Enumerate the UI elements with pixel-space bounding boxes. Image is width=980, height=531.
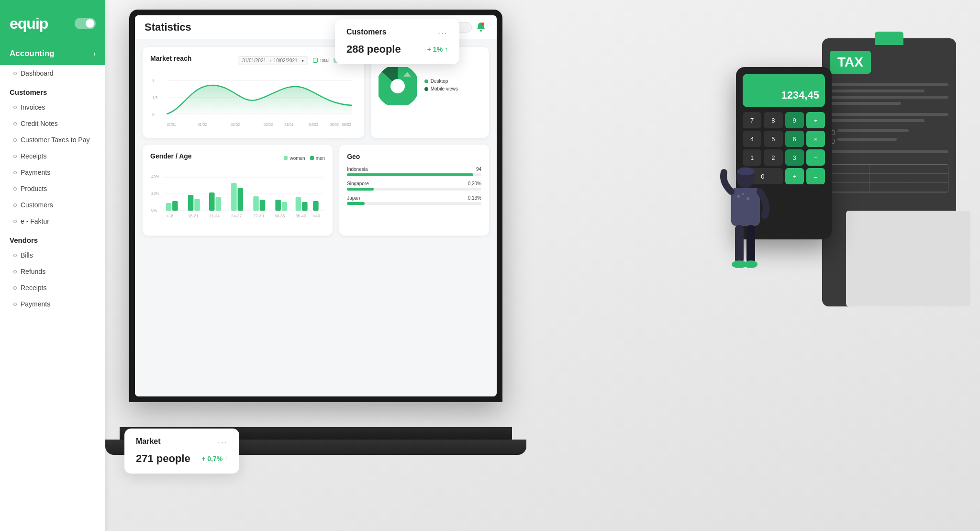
men-legend: men [310,156,325,161]
sidebar-item-payments[interactable]: Payments [0,164,105,181]
mobile-legend-label: Mobile views [431,86,458,91]
svg-text:3: 3 [152,78,155,83]
page-wrapper: equip Accounting › Dashboard Customers I… [0,0,980,531]
dot-icon [13,254,17,257]
svg-rect-29 [172,201,178,211]
float-customers-header: Customers ··· [346,28,448,38]
float-card-customers: Customers ··· 288 people + 1% ↑ [335,19,459,64]
svg-rect-35 [238,188,244,211]
market-reach-header: Market reach 31/01/2021 → 10/02/2021 ▾ [150,55,356,66]
calc-btn-eq[interactable]: = [806,168,825,184]
sidebar-item-vendor-payments[interactable]: Payments [0,296,105,312]
svg-rect-30 [188,195,194,211]
desktop-legend: Desktop [424,79,458,84]
float-customers-title: Customers [346,28,387,36]
float-market-change: + 0,7% ↑ [201,455,228,463]
calc-btn-9[interactable]: 9 [785,112,804,128]
svg-text:18-21: 18-21 [188,214,199,218]
sidebar-item-invoices[interactable]: Invoices [0,99,105,115]
total-legend-label: Total [320,58,329,63]
float-customers-dots[interactable]: ··· [438,28,448,38]
sidebar: equip Accounting › Dashboard Customers I… [0,0,105,531]
float-customers-people: 288 people [346,43,401,56]
dot-icon [13,106,17,109]
accounting-menu[interactable]: Accounting › [0,42,105,65]
calc-btn-3[interactable]: 3 [785,149,804,166]
sidebar-item-refunds[interactable]: Refunds [0,263,105,280]
clip-table [830,164,948,192]
svg-text:01/02: 01/02 [198,122,207,127]
sidebar-item-bills[interactable]: Bills [0,247,105,263]
main-area: Statistics Search [105,0,980,531]
sidebar-item-credit-notes[interactable]: Credit Notes [0,115,105,132]
svg-point-2 [480,30,482,32]
calc-btn-6[interactable]: 6 [785,131,804,147]
svg-point-56 [746,197,749,200]
gender-age-chart: 40% 20% 0% [150,169,325,226]
sidebar-item-customers[interactable]: Customers [0,197,105,213]
gender-age-card: Gender / Age women men [143,145,333,236]
dot-icon [13,155,17,158]
svg-rect-39 [282,202,288,211]
gender-age-title: Gender / Age [150,152,192,160]
geo-item-indonesia: Indonesia 94 [347,167,481,176]
svg-rect-33 [215,197,221,211]
dot-icon [13,122,17,125]
sidebar-item-efaktur[interactable]: e - Faktur [0,213,105,229]
calc-btn-4[interactable]: 4 [743,131,761,147]
svg-rect-34 [231,183,237,211]
laptop-screen: Statistics Search [129,10,502,402]
geo-title: Geo [347,153,360,160]
clip-table-cell [909,165,948,173]
svg-point-60 [744,260,757,268]
svg-text:24-27: 24-27 [231,214,242,218]
calc-btn-7[interactable]: 7 [743,112,761,128]
calc-btn-8[interactable]: 8 [764,112,782,128]
sidebar-item-products[interactable]: Products [0,181,105,197]
clip-checkbox-row [830,138,948,144]
svg-text:02/02: 02/02 [231,122,240,127]
svg-text:>40: >40 [313,214,320,218]
bell-icon[interactable] [476,22,487,33]
theme-toggle[interactable] [75,18,96,29]
customers-section-label: Customers [0,81,105,99]
svg-text:27-30: 27-30 [253,214,264,218]
clip-line [830,113,948,116]
mobile-legend: Mobile views [424,86,458,91]
svg-text:31/01: 31/01 [167,122,176,127]
calc-btn-sub[interactable]: − [806,149,825,166]
calc-btn-mul[interactable]: × [806,131,825,147]
date-filter[interactable]: 31/01/2021 → 10/02/2021 ▾ [238,56,308,65]
geo-bar [347,188,374,191]
svg-text:0: 0 [152,112,155,117]
svg-text:30-35: 30-35 [274,214,285,218]
date-range-label: 31/01/2021 → 10/02/2021 [242,58,298,63]
sidebar-item-label: Payments [21,169,50,176]
geo-bar [347,202,365,205]
calc-btn-5[interactable]: 5 [764,131,782,147]
svg-text:21-24: 21-24 [209,214,220,218]
svg-text:35-40: 35-40 [296,214,306,218]
clip-table-row [830,174,948,183]
clipboard-lines [830,83,948,192]
calc-btn-div[interactable]: ÷ [806,112,825,128]
calc-btn-plus[interactable]: + [785,168,804,184]
market-reach-title: Market reach [150,55,191,62]
float-card-market: Market ··· 271 people + 0,7% ↑ [124,429,239,474]
sidebar-item-receipts[interactable]: Receipts [0,148,105,164]
float-market-dots[interactable]: ··· [218,438,228,448]
sidebar-item-label: Credit Notes [21,120,58,127]
clip-table-row [830,165,948,174]
sidebar-item-dashboard[interactable]: Dashboard [0,65,105,81]
clip-table-cell [909,183,948,192]
vendors-section-label: Vendors [0,229,105,247]
float-market-header: Market ··· [136,437,228,448]
sidebar-item-customer-taxes[interactable]: Customer Taxes to Pay [0,132,105,148]
sidebar-item-label: Refunds [21,268,45,275]
svg-rect-58 [746,225,755,263]
dot-icon [13,286,17,290]
sidebar-item-label: Invoices [21,103,45,111]
sidebar-item-vendor-receipts[interactable]: Receipts [0,280,105,296]
laptop-wrapper: Statistics Search [120,10,512,469]
float-customers-row: 288 people + 1% ↑ [346,43,448,56]
